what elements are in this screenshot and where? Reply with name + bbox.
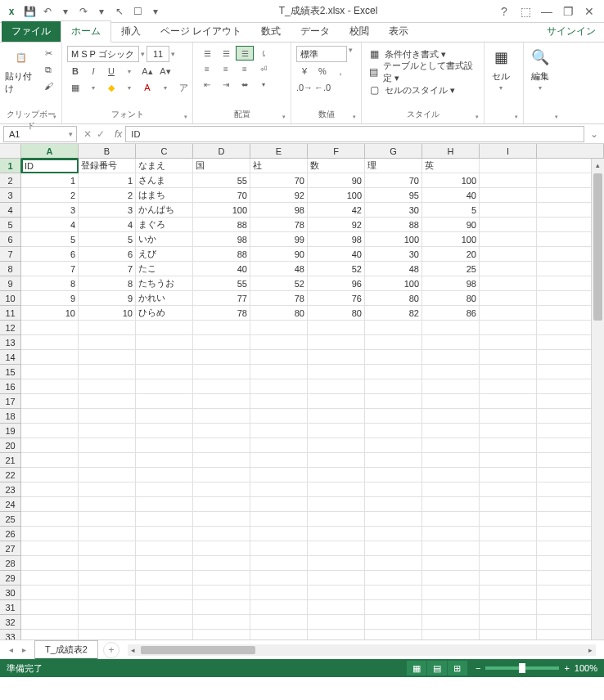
sheet-nav-prev-icon[interactable]: ◂ — [5, 645, 16, 654]
row-header[interactable]: 12 — [0, 321, 21, 335]
cell[interactable] — [21, 379, 79, 394]
copy-icon[interactable]: ⧉ — [40, 62, 56, 77]
cell[interactable] — [21, 321, 79, 335]
cell[interactable]: 英 — [422, 159, 480, 173]
cell[interactable]: 98 — [250, 203, 308, 218]
cell[interactable] — [308, 600, 365, 615]
cell[interactable] — [79, 497, 136, 512]
cell[interactable]: 数 — [308, 159, 365, 173]
cell[interactable] — [79, 424, 136, 438]
cell[interactable] — [308, 541, 365, 556]
font-color-icon[interactable]: A — [139, 80, 156, 95]
view-normal-icon[interactable]: ▦ — [407, 661, 426, 675]
sheet-nav-next-icon[interactable]: ▸ — [18, 645, 29, 654]
cell[interactable] — [422, 600, 480, 615]
cell[interactable]: 5 — [79, 232, 136, 247]
cell[interactable] — [308, 365, 365, 379]
cell[interactable]: 理 — [365, 159, 422, 173]
col-header[interactable]: E — [250, 144, 308, 159]
row-header[interactable]: 22 — [0, 468, 21, 482]
cell[interactable]: 6 — [79, 247, 136, 262]
cell[interactable] — [365, 630, 422, 639]
cell[interactable] — [308, 512, 365, 527]
select-all-corner[interactable] — [0, 144, 21, 159]
cell[interactable]: 5 — [422, 203, 480, 218]
align-left-icon[interactable]: ≡ — [198, 61, 216, 76]
cell[interactable] — [79, 365, 136, 379]
cell[interactable] — [365, 350, 422, 365]
cell[interactable] — [308, 321, 365, 335]
cell[interactable] — [308, 350, 365, 365]
bold-button[interactable]: B — [67, 64, 83, 79]
zoom-in-button[interactable]: + — [564, 663, 569, 673]
cell[interactable] — [365, 497, 422, 512]
cell[interactable] — [308, 571, 365, 586]
cell[interactable] — [422, 630, 480, 639]
cell[interactable] — [136, 497, 193, 512]
cell[interactable]: 4 — [21, 218, 79, 232]
cell[interactable] — [365, 424, 422, 438]
help-button[interactable]: ? — [494, 3, 514, 20]
cell[interactable] — [365, 600, 422, 615]
cell[interactable] — [79, 600, 136, 615]
cell[interactable] — [21, 335, 79, 350]
cell[interactable] — [480, 203, 537, 218]
cell[interactable]: 40 — [422, 188, 480, 203]
cell[interactable] — [308, 453, 365, 468]
cell[interactable] — [365, 527, 422, 541]
cell[interactable] — [193, 497, 250, 512]
cells-button[interactable]: ▦ セル ▾ — [489, 46, 512, 92]
cell[interactable]: さんま — [136, 173, 193, 188]
cell[interactable] — [422, 453, 480, 468]
qat-drop-icon[interactable]: ▾ — [59, 5, 72, 18]
touch-icon[interactable]: ☐ — [131, 5, 144, 18]
ribbon-options-button[interactable]: ⬚ — [516, 3, 535, 20]
cell[interactable] — [79, 586, 136, 600]
cell[interactable] — [193, 350, 250, 365]
cell[interactable] — [250, 527, 308, 541]
cell[interactable] — [79, 350, 136, 365]
fill-color-icon[interactable]: ◆ — [103, 80, 119, 95]
cell[interactable]: 40 — [308, 247, 365, 262]
cell[interactable]: 52 — [250, 276, 308, 291]
cell[interactable] — [308, 586, 365, 600]
cell[interactable]: 100 — [308, 188, 365, 203]
cell[interactable] — [250, 512, 308, 527]
cell[interactable] — [193, 365, 250, 379]
cell[interactable]: 42 — [308, 203, 365, 218]
sheet-tab[interactable]: T_成績表2 — [34, 640, 98, 660]
cell[interactable] — [193, 630, 250, 639]
cell[interactable]: かんぱち — [136, 203, 193, 218]
cell[interactable] — [79, 482, 136, 497]
cell[interactable] — [250, 409, 308, 424]
col-header[interactable]: C — [136, 144, 193, 159]
cell[interactable]: 90 — [308, 173, 365, 188]
row-header[interactable]: 7 — [0, 247, 21, 262]
underline-drop-icon[interactable]: ▾ — [121, 64, 137, 79]
row-header[interactable]: 23 — [0, 482, 21, 497]
cell[interactable]: 98 — [422, 276, 480, 291]
cell[interactable] — [193, 321, 250, 335]
cell[interactable] — [422, 615, 480, 630]
cell[interactable] — [250, 541, 308, 556]
cell[interactable] — [365, 379, 422, 394]
cell[interactable] — [365, 335, 422, 350]
paste-button[interactable]: 📋 貼り付け — [5, 46, 37, 95]
cell[interactable] — [136, 512, 193, 527]
cell[interactable]: 78 — [250, 291, 308, 306]
cell[interactable] — [136, 527, 193, 541]
formula-expand-icon[interactable]: ⌄ — [588, 126, 601, 142]
cell[interactable] — [250, 365, 308, 379]
comma-icon[interactable]: , — [332, 64, 349, 79]
cell[interactable]: 92 — [308, 218, 365, 232]
cell[interactable] — [365, 556, 422, 571]
cell[interactable] — [79, 615, 136, 630]
cell[interactable]: 98 — [308, 232, 365, 247]
cell[interactable] — [79, 335, 136, 350]
cell[interactable] — [422, 438, 480, 453]
row-header[interactable]: 8 — [0, 262, 21, 276]
row-header[interactable]: 25 — [0, 512, 21, 527]
border-icon[interactable]: ▦ — [67, 80, 83, 95]
cell[interactable] — [21, 556, 79, 571]
cell[interactable] — [308, 438, 365, 453]
